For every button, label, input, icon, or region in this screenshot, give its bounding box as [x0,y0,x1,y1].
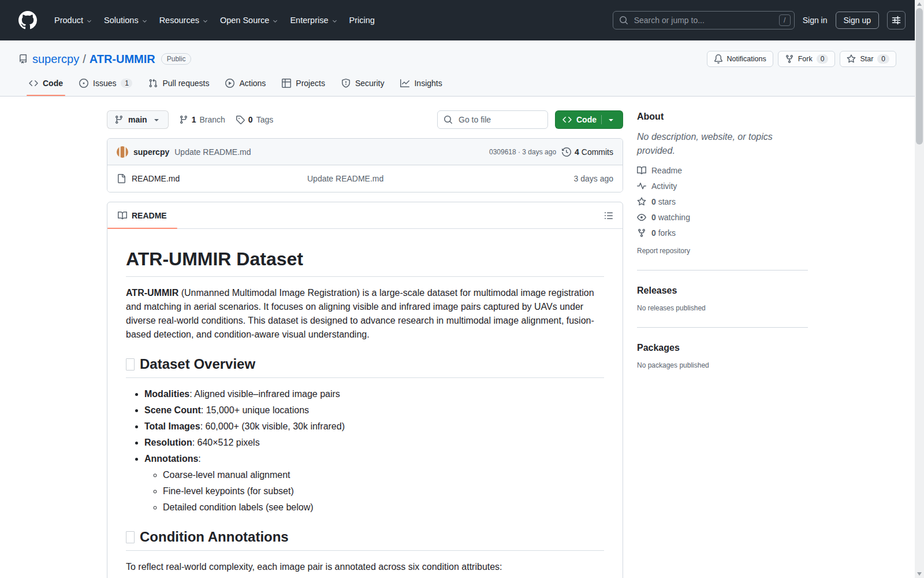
global-nav: Product Solutions Resources Open Source … [49,11,381,29]
sidebar-watching-link[interactable]: 0 watching [637,213,808,222]
item-label: Scene Count [144,405,201,415]
about-heading: About [637,112,808,122]
appearance-settings-button[interactable] [887,11,906,29]
history-icon [562,147,571,157]
header-right: / Sign in Sign up [613,11,906,29]
nav-solutions[interactable]: Solutions [98,11,154,29]
tab-pull-requests[interactable]: Pull requests [143,73,215,96]
scrollbar-thumb[interactable] [916,8,923,144]
scrollbar-up-arrow[interactable] [917,2,922,6]
scrollbar[interactable] [915,0,924,578]
nav-open-source[interactable]: Open Source [214,11,284,29]
releases-heading: Releases [637,286,808,296]
item-label: Total Images [144,421,200,431]
search-input[interactable] [633,15,774,25]
code-icon [562,115,572,124]
readme-tab[interactable]: README [107,202,177,228]
report-repository-link[interactable]: Report repository [637,247,690,255]
tab-projects-label: Projects [296,79,325,88]
tab-actions[interactable]: Actions [219,73,271,96]
shield-icon [341,79,351,88]
list-unordered-icon [604,211,613,220]
file-name-link[interactable]: README.md [132,174,180,183]
sidebar-activity-link[interactable]: Activity [637,181,808,191]
list-item: Annotations: Coarse-level manual alignme… [144,452,604,514]
sidebar-divider [637,270,808,271]
commit-hash-time[interactable]: 0309618 · 3 days ago [489,148,556,156]
nav-enterprise[interactable]: Enterprise [284,11,343,29]
tab-issues[interactable]: Issues 1 [73,73,138,96]
book-icon [118,211,127,220]
outline-button[interactable] [599,206,618,225]
readme-header: README [107,202,623,229]
file-commit-message[interactable]: Update README.md [307,174,574,183]
star-button[interactable]: Star 0 [840,51,896,67]
forks-label: forks [658,228,676,238]
sidebar-stars-link[interactable]: 0 stars [637,197,808,206]
commit-history-link[interactable]: 4 Commits [562,147,613,157]
tab-code[interactable]: Code [23,73,69,96]
slash-shortcut-key: / [779,14,791,26]
file-row-readme[interactable]: README.md Update README.md 3 days ago [107,165,623,192]
readme-intro-text: (Unmanned Multimodal Image Registration)… [126,288,594,339]
file-navigation-toolbar: main 1 Branch 0 Tags [107,110,623,129]
item-text: : 15,000+ unique locations [201,405,309,415]
conditions-intro: To reflect real-world complexity, each i… [126,560,604,574]
watching-label: watching [658,213,690,222]
sidebar-divider [637,327,808,328]
stars-count: 0 [651,197,656,206]
eye-icon [637,213,646,222]
nav-product[interactable]: Product [49,11,98,29]
scrollbar-down-arrow[interactable] [917,572,922,576]
pulse-icon [637,181,646,191]
repo-owner-link[interactable]: supercpy [32,53,79,66]
repo-icon [18,54,28,64]
commit-author-link[interactable]: supercpy [133,147,169,157]
missing-emoji-glyph [126,358,135,370]
nav-pricing-label: Pricing [349,16,375,25]
releases-empty-text: No releases published [637,304,808,312]
list-item: Total Images: 60,000+ (30k visible, 30k … [144,420,604,433]
repo-title-row: supercpy / ATR-UMMIR Public Notification… [18,51,896,67]
go-to-file-input[interactable] [457,114,542,125]
sign-in-link[interactable]: Sign in [803,16,828,25]
go-to-file-box[interactable] [437,110,548,129]
branch-tag-stats: 1 Branch 0 Tags [179,115,274,124]
commits-count-label: Commits [582,147,613,157]
readme-content: ATR-UMMIR Dataset ATR-UMMIR (Unmanned Mu… [107,229,623,578]
nav-resources[interactable]: Resources [154,11,214,29]
branch-count: 1 [192,115,196,124]
tab-projects[interactable]: Projects [276,73,331,96]
button-divider [601,115,602,124]
list-item: Modalities: Aligned visible–infrared ima… [144,387,604,401]
tab-insights[interactable]: Insights [394,73,448,96]
branch-selector[interactable]: main [107,110,169,129]
branches-link[interactable]: 1 Branch [179,115,225,124]
notifications-button[interactable]: Notifications [707,51,773,67]
tag-icon [236,115,245,124]
tab-security[interactable]: Security [336,73,390,96]
commit-message-link[interactable]: Update README.md [174,147,251,157]
nav-product-label: Product [54,16,83,25]
packages-heading: Packages [637,343,808,353]
repo-separator: / [83,53,86,66]
avatar[interactable] [117,146,128,158]
readme-tab-label: README [132,211,167,220]
code-dropdown-button[interactable]: Code [555,110,623,129]
sidebar-forks-link[interactable]: 0 forks [637,228,808,238]
sign-up-button[interactable]: Sign up [836,12,879,29]
fork-button[interactable]: Fork 0 [778,51,836,67]
play-icon [225,79,234,88]
chevron-down-icon [86,18,92,24]
nav-pricing[interactable]: Pricing [344,11,381,29]
global-search[interactable]: / [613,11,795,29]
item-label: Resolution [144,438,192,447]
readme-box: README ATR-UMMIR Dataset ATR-UMMIR (Unma… [107,202,623,578]
table-icon [282,79,291,88]
tags-link[interactable]: 0 Tags [236,115,273,124]
repo-name-link[interactable]: ATR-UMMIR [90,53,155,66]
forks-count: 0 [651,228,656,238]
about-description: No description, website, or topics provi… [637,130,808,158]
github-logo-icon[interactable] [18,11,37,29]
sidebar-readme-link[interactable]: Readme [637,166,808,175]
